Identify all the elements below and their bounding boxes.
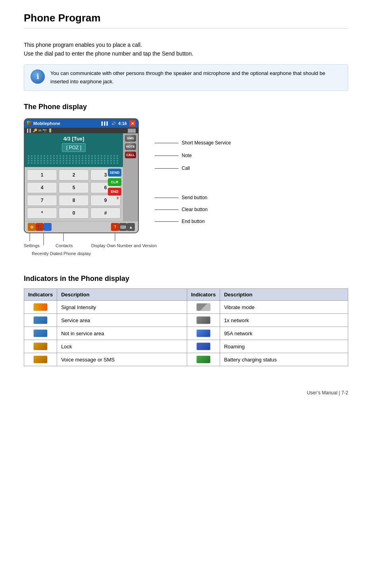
1x-network-icon xyxy=(196,316,211,324)
signal-icon xyxy=(33,303,48,311)
keyboard-icon[interactable]: ⌨ xyxy=(119,223,127,231)
desc-noservice: Not in service area xyxy=(57,327,187,340)
windows-icon xyxy=(27,121,32,126)
icon-95a xyxy=(187,327,220,340)
desc-battery: Battery charging status xyxy=(220,353,348,366)
table-header-row: Indicators Description Indicators Descri… xyxy=(24,289,348,301)
annotation-note: Note xyxy=(155,153,348,158)
lock-icon xyxy=(33,342,48,350)
phone-titlebar: Mobilephone ▌▌▌ 🔊 4:16 ✕ xyxy=(25,119,138,128)
roaming-icon xyxy=(196,342,211,350)
up-arrow-icon[interactable]: ▲ xyxy=(127,223,135,231)
icon-lock xyxy=(24,340,57,353)
phone-titlebar-right: ▌▌▌ 🔊 4:16 ✕ xyxy=(102,120,136,127)
clr-button[interactable]: CLR xyxy=(108,178,121,186)
phone-titlebar-left: Mobilephone xyxy=(27,121,60,126)
phone-app-name: Mobilephone xyxy=(33,121,60,126)
key-star[interactable]: * xyxy=(27,208,57,219)
desc-lock: Lock xyxy=(57,340,187,353)
right-buttons-panel: SMS NOTE CALL xyxy=(123,133,138,221)
phone-statusbar: ▌▌ 🔑 ✉ 📷 🔋 ▓▓▓ xyxy=(25,128,138,133)
icon-1x xyxy=(187,314,220,327)
desc-service: Service area xyxy=(57,314,187,327)
annotation-sms: Short Message Service xyxy=(155,140,348,146)
sms-label: Short Message Service xyxy=(182,140,231,146)
phone-ui: Mobilephone ▌▌▌ 🔊 4:16 ✕ ▌▌ 🔑 ✉ 📷 🔋 ▓▓▓ xyxy=(24,118,139,233)
key-7[interactable]: 7 xyxy=(27,195,57,206)
table-row: Signal Intensity Vibrate mode xyxy=(24,301,348,314)
icon-vibrate xyxy=(187,301,220,314)
col-description-1: Description xyxy=(57,289,187,301)
end-button[interactable]: END xyxy=(108,188,121,196)
icon-sms xyxy=(24,353,57,366)
help-icon[interactable]: ? xyxy=(111,223,119,231)
status-battery: ▓▓▓ xyxy=(128,129,136,133)
table-row: Lock Roaming xyxy=(24,340,348,353)
screen-date: 4/3 [Tue] xyxy=(28,136,120,142)
annotation-end: End button xyxy=(155,219,348,224)
screen-poz: [ POZ ] xyxy=(62,143,86,152)
phone-screen: 4/3 [Tue] [ POZ ] xyxy=(25,133,123,167)
desc-roaming: Roaming xyxy=(220,340,348,353)
key-0[interactable]: 0 xyxy=(59,208,89,219)
settings-icon[interactable]: ⚙ xyxy=(28,223,36,231)
svg-text:Contacts: Contacts xyxy=(56,243,73,248)
footer-text: User’s Manual | 7-2 xyxy=(307,390,348,396)
recently-dialed-icon[interactable]: 📞 xyxy=(36,223,44,231)
send-button[interactable]: SEND xyxy=(108,169,121,177)
clr-line xyxy=(155,209,178,210)
end-label: End button xyxy=(182,219,205,224)
annotation-call: Call xyxy=(155,165,348,171)
clock-display: 4:16 xyxy=(118,121,127,126)
indicators-table: Indicators Description Indicators Descri… xyxy=(24,288,348,366)
note-line xyxy=(155,156,178,156)
svg-text:Display Own Number and Version: Display Own Number and Version xyxy=(91,243,157,248)
call-button[interactable]: CALL xyxy=(125,152,136,158)
signal-bars-icon: ▌▌▌ xyxy=(102,121,109,125)
status-icons: ▌▌ 🔑 ✉ 📷 🔋 xyxy=(27,129,52,133)
close-button[interactable]: ✕ xyxy=(129,120,136,127)
icon-noservice xyxy=(24,327,57,340)
col-description-2: Description xyxy=(220,289,348,301)
95a-network-icon xyxy=(196,329,211,337)
key-4[interactable]: 4 xyxy=(27,182,57,193)
desc-95a: 95A network xyxy=(220,327,348,340)
call-line xyxy=(155,168,178,169)
screen-dots xyxy=(28,155,120,164)
icon-service xyxy=(24,314,57,327)
note-button[interactable]: NOTE xyxy=(125,143,136,150)
phone-body: 4/3 [Tue] [ POZ ] 1 xyxy=(25,133,138,221)
phone-display-section: The Phone display Mobilephone ▌▌▌ 🔊 4:16… xyxy=(24,103,348,259)
page-title: Phone Program xyxy=(24,12,348,29)
note-text: You can communicate with other persons t… xyxy=(50,69,341,86)
key-9[interactable]: 99 xyxy=(90,195,121,206)
desc-sms: Voice message or SMS xyxy=(57,353,187,366)
voicemail-sms-icon xyxy=(33,355,48,363)
key-1[interactable]: 1 xyxy=(27,169,57,181)
intro-paragraph: This phone program enables you to place … xyxy=(24,40,348,58)
svg-text:Recently Dialed Phone display: Recently Dialed Phone display xyxy=(32,251,91,256)
note-label: Note xyxy=(182,153,192,158)
table-row: Voice message or SMS Battery charging st… xyxy=(24,353,348,366)
action-buttons: SEND CLR END xyxy=(108,169,121,196)
desc-vibrate: Vibrate mode xyxy=(220,301,348,314)
key-8[interactable]: 8 xyxy=(59,195,89,206)
sms-button[interactable]: SMS xyxy=(125,135,136,142)
svg-text:Settings: Settings xyxy=(24,243,40,248)
col-indicators-1: Indicators xyxy=(24,289,57,301)
connector-lines: Settings Recently Dialed Phone display C… xyxy=(24,233,147,257)
key-hash[interactable]: # xyxy=(90,208,121,219)
phone-left-area: 4/3 [Tue] [ POZ ] 1 xyxy=(25,133,123,221)
send-line xyxy=(155,198,178,198)
call-label: Call xyxy=(182,165,190,171)
contacts-icon[interactable]: 👤 xyxy=(44,223,52,231)
key-2[interactable]: 2 xyxy=(59,169,89,181)
phone-bottom-bar: ⚙ 📞 👤 ? ⌨ ▲ xyxy=(25,221,138,233)
key-5[interactable]: 5 xyxy=(59,182,89,193)
vibrate-icon xyxy=(196,303,211,311)
footer: User’s Manual | 7-2 xyxy=(24,390,348,396)
end-line xyxy=(155,221,178,222)
battery-charging-icon xyxy=(196,355,211,363)
clr-label: Clear button xyxy=(182,207,207,212)
table-row: Not in service area 95A network xyxy=(24,327,348,340)
